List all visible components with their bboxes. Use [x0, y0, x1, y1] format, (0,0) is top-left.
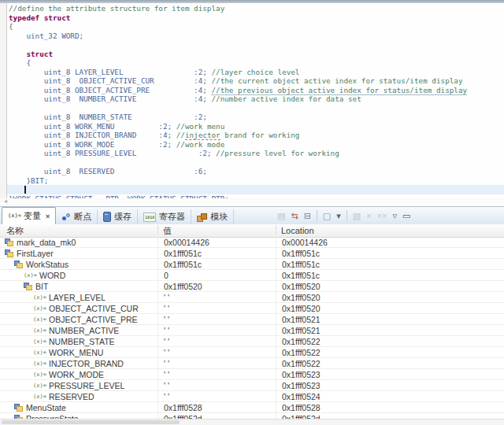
table-row[interactable]: INJECTOR_BRAND' '0x1fff0522 [0, 358, 504, 369]
code-text: uint_8 NUMBER_ACTIVE :4; [9, 94, 211, 103]
table-row[interactable]: WorkStatus0x1fff051c0x1fff051c [0, 259, 504, 270]
code-editor[interactable]: //define the attribute structure for ite… [0, 3, 504, 198]
table-row[interactable]: OBJECT_ACTIVE_CUR' '0x1fff0520 [0, 303, 504, 314]
cell-name: mark_data_mk0 [0, 237, 158, 247]
primitive-variable-icon [33, 327, 46, 334]
variable-name: WORK_MENU [49, 348, 103, 357]
editor-gutter [0, 3, 7, 198]
editor-horizontal-scrollbar[interactable]: ◂ [0, 198, 504, 206]
cell-location: 0x1fff051c [276, 248, 504, 258]
code-line: uint_8 WORK_MENU :2; //work menu [7, 122, 504, 131]
remove-all-icon[interactable]: ×× [377, 209, 387, 222]
cell-location: 0x1fff051c [276, 259, 504, 269]
show-type-names-icon[interactable]: ▤ [277, 209, 285, 222]
tab-breakpoints[interactable]: 断点 [56, 209, 98, 224]
table-row[interactable]: NUMBER_ACTIVE' '0x1fff0521 [0, 325, 504, 336]
code-line [7, 40, 504, 50]
column-header-value[interactable]: 值 [163, 225, 172, 236]
cell-location: 0x1fff0520 [276, 292, 504, 302]
scrollbar-thumb[interactable] [2, 420, 180, 424]
cell-value: ' ' [158, 358, 276, 368]
tab-registers[interactable]: 寄存器 [138, 209, 191, 224]
code-comment: injector [185, 131, 220, 140]
variable-name: WorkStatus [26, 260, 69, 269]
cell-location: 0x1fff0522 [276, 347, 504, 357]
tab-variables[interactable]: 变量× [2, 207, 56, 224]
cell-name: WORK_MENU [0, 347, 158, 357]
cell-value: 0x1fff051c [158, 248, 276, 258]
cell-name: FirstLayer [0, 248, 158, 258]
cell-location: 0x00014426 [276, 237, 504, 247]
table-row[interactable]: RESERVED' '0x1fff0524 [0, 391, 504, 402]
code-text: uint_8 WORK_MODE :2; [9, 140, 176, 149]
code-comment: //define the attribute structure for ite… [9, 4, 224, 13]
scroll-left-icon[interactable]: ◂ [4, 198, 7, 205]
code-line: { [7, 58, 504, 68]
cell-location: 0x1fff0524 [276, 391, 504, 401]
table-row[interactable]: WORD00x1fff051c [0, 270, 504, 281]
cell-name: WORK_MODE [0, 369, 158, 379]
close-icon[interactable]: × [46, 213, 50, 220]
variable-name: NUMBER_STATE [49, 337, 115, 346]
primitive-variable-icon [24, 272, 36, 279]
table-row[interactable]: MenuState0x1fff05280x1fff0528 [0, 402, 504, 413]
add-watch-icon[interactable]: ▧ [353, 209, 361, 222]
table-row[interactable]: LAYER_LEVEL' '0x1fff0520 [0, 292, 504, 303]
registers-icon [143, 213, 156, 222]
table-row[interactable]: WORK_MODE' '0x1fff0523 [0, 369, 504, 380]
dropdown-arrow-icon[interactable]: ▾ [336, 209, 341, 222]
table-row[interactable]: NUMBER_STATE' '0x1fff0522 [0, 336, 504, 347]
code-line: uint_8 WORK_MODE :2; //work mode [7, 140, 504, 150]
cell-value: 0x1fff0528 [158, 402, 276, 412]
column-header-name[interactable]: 名称 [6, 225, 24, 236]
show-logical-structure-icon[interactable]: ⇆ [291, 209, 298, 222]
code-text: uint_8 OBJECT_ACTIVE_PRE :4; [9, 86, 211, 94]
cell-name: BIT [0, 281, 158, 291]
cell-name: OBJECT_ACTIVE_CUR [0, 303, 158, 313]
struct-variable-icon [5, 238, 13, 246]
cell-value: ' ' [158, 347, 276, 357]
table-row[interactable]: PRESSURE_LEVEL' '0x1fff0523 [0, 380, 504, 391]
table-row[interactable]: FirstLayer0x1fff051c0x1fff051c [0, 248, 504, 259]
code-text: uint_8 WORK_MENU :2; [9, 122, 176, 131]
code-line: struct [7, 50, 504, 59]
tab-label: 缓存 [114, 211, 132, 223]
minimize-icon[interactable]: ▭ [402, 209, 410, 222]
tab-modules[interactable]: 模块 [191, 209, 234, 224]
column-header-location[interactable]: Location [281, 225, 314, 236]
code-comment: //the previous object active index for s… [211, 86, 467, 95]
variable-name: PRESSURE_LEVEL [49, 381, 124, 390]
code-line: uint_8 RESERVED :6; [7, 167, 504, 176]
primitive-variable-icon [33, 393, 46, 401]
panel-toolbar: ▤⇆⊟▢▾▧×××▿▭ [277, 209, 410, 223]
tab-cache[interactable]: 缓存 [98, 209, 138, 224]
remove-icon[interactable]: × [366, 209, 371, 222]
tab-label: 断点 [74, 211, 91, 223]
breakpoints-icon [61, 213, 71, 221]
cell-location: 0x1fff0528 [276, 402, 504, 412]
code-text: uint_8 RESERVED :6; [9, 167, 207, 176]
code-line: { [7, 22, 504, 31]
layout-menu-icon[interactable]: ▢ [323, 209, 331, 222]
cell-name: RESERVED [0, 391, 158, 401]
panel-horizontal-scrollbar[interactable] [0, 419, 504, 425]
collapse-all-icon[interactable]: ⊟ [304, 209, 311, 222]
column-divider[interactable] [158, 225, 158, 235]
table-row[interactable]: BIT0x1fff05200x1fff0520 [0, 281, 504, 292]
debug-views-panel: 变量×断点缓存寄存器模块 ▤⇆⊟▢▾▧×××▿▭ 名称 值 Location m… [0, 206, 504, 425]
table-row[interactable]: OBJECT_ACTIVE_PRE' '0x1fff0521 [0, 314, 504, 325]
cell-name: NUMBER_STATE [0, 336, 158, 346]
toolbar-separator [317, 210, 317, 221]
table-row[interactable]: WORK_MENU' '0x1fff0522 [0, 347, 504, 358]
variable-name: INJECTOR_BRAND [49, 359, 124, 368]
tab-label: 变量 [24, 210, 41, 222]
code-line: typedef struct [7, 13, 504, 23]
code-comment: //the current object active index for st… [211, 76, 462, 85]
table-row[interactable]: mark_data_mk00x000144260x00014426 [0, 237, 504, 248]
column-divider[interactable] [276, 225, 276, 235]
variables-table-body: mark_data_mk00x000144260x00014426FirstLa… [0, 237, 504, 420]
code-line: uint_8 OBJECT_ACTIVE_CUR :4; //the curre… [7, 76, 504, 86]
code-text: }BIT; [9, 176, 48, 185]
view-menu-icon[interactable]: ▿ [392, 209, 397, 222]
code-comment: // [176, 131, 185, 139]
